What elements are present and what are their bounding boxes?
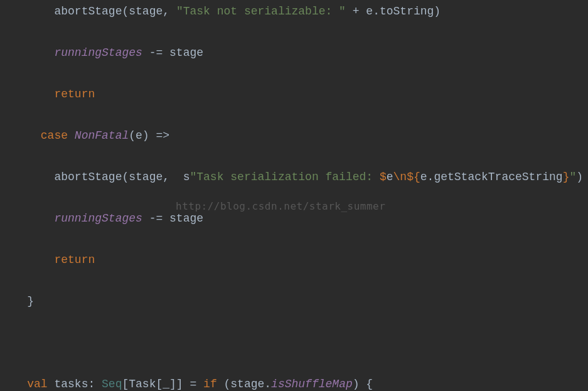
code-line: case NonFatal(e) => bbox=[0, 126, 588, 146]
code-line: val tasks: Seq[Task[_]] = if (stage.isSh… bbox=[0, 374, 588, 391]
code-line: } bbox=[0, 291, 588, 312]
code-line: return bbox=[0, 84, 588, 105]
code-editor[interactable]: abortStage(stage, "Task not serializable… bbox=[0, 0, 588, 391]
code-line bbox=[0, 333, 588, 353]
code-line: abortStage(stage, s"Task serialization f… bbox=[0, 167, 588, 188]
code-line: return bbox=[0, 250, 588, 270]
code-line: runningStages -= stage bbox=[0, 43, 588, 63]
code-line: runningStages -= stage bbox=[0, 208, 588, 229]
code-line: abortStage(stage, "Task not serializable… bbox=[0, 1, 588, 22]
